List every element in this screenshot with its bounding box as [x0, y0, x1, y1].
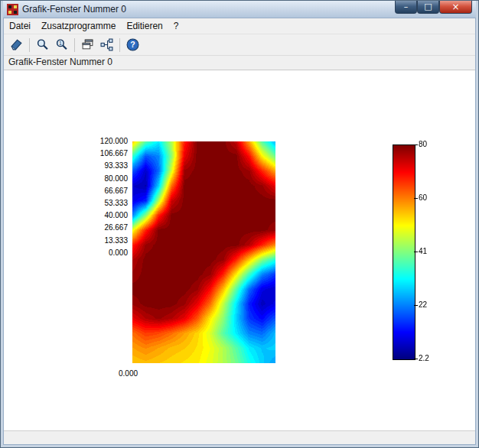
y-tick-label: 120.000: [70, 137, 128, 146]
x-axis-label: 0.000: [119, 369, 138, 378]
menu-item-editieren[interactable]: Editieren: [121, 19, 168, 33]
colorbar-tick-label: 41: [419, 247, 427, 256]
minimize-button[interactable]: –: [395, 1, 417, 14]
toolbar-separator: [74, 38, 75, 52]
colorbar-tick-mark: [414, 198, 418, 199]
svg-text:?: ?: [130, 40, 135, 49]
y-tick-label: 66.667: [70, 187, 128, 196]
y-tick-label: 80.000: [70, 174, 128, 183]
toolbar-separator: [119, 38, 120, 52]
colorbar-tick-label: 2.2: [419, 354, 429, 363]
y-tick-label: 26.667: [70, 223, 128, 232]
title-bar[interactable]: Grafik-Fenster Nummer 0 – □ ×: [3, 1, 476, 18]
y-tick-label: 40.000: [70, 211, 128, 220]
zoom-original-icon[interactable]: 1: [53, 37, 70, 54]
colorbar: [393, 144, 415, 360]
colorbar-tick-label: 22: [419, 300, 427, 310]
menu-item-hilfe[interactable]: ?: [168, 19, 184, 33]
app-icon: [7, 4, 18, 15]
window-controls: – □ ×: [395, 1, 472, 14]
plot-area: 120.000106.66793.33380.00066.66753.33340…: [4, 70, 475, 430]
cascade-windows-icon[interactable]: [79, 37, 96, 54]
menu-item-zusatzprogramme[interactable]: Zusatzprogramme: [36, 19, 121, 33]
subheader-label: Grafik-Fenster Nummer 0: [4, 56, 475, 70]
y-tick-label: 106.667: [70, 149, 128, 158]
y-tick-label: 0.000: [70, 248, 128, 258]
help-icon[interactable]: ?: [124, 37, 142, 54]
close-button[interactable]: ×: [439, 1, 472, 14]
svg-text:1: 1: [59, 41, 62, 46]
colorbar-tick-label: 80: [419, 140, 427, 149]
status-bar: [4, 430, 475, 444]
colorbar-tick-label: 60: [419, 193, 427, 203]
heatmap-plot[interactable]: [132, 141, 275, 363]
y-tick-label: 93.333: [70, 161, 128, 170]
colorbar-tick-mark: [414, 144, 418, 145]
toolbar-separator: [29, 38, 30, 52]
colorbar-tick-mark: [414, 252, 418, 252]
redraw-pen-icon[interactable]: [8, 37, 25, 54]
window-title: Grafik-Fenster Nummer 0: [22, 4, 126, 15]
colorbar-tick-mark: [414, 305, 418, 306]
maximize-button[interactable]: □: [417, 1, 439, 14]
y-tick-label: 13.333: [70, 236, 128, 245]
window-body: Datei Zusatzprogramme Editieren ?: [3, 18, 476, 445]
graph-tree-icon[interactable]: [98, 37, 116, 54]
colorbar-tick-mark: [414, 359, 418, 359]
menu-item-datei[interactable]: Datei: [4, 19, 36, 33]
toolbar: 1: [4, 34, 475, 56]
y-tick-label: 53.333: [70, 199, 128, 208]
menu-bar: Datei Zusatzprogramme Editieren ?: [4, 18, 475, 34]
zoom-icon[interactable]: [34, 37, 51, 54]
app-window: Grafik-Fenster Nummer 0 – □ × Datei Zusa…: [0, 0, 479, 448]
